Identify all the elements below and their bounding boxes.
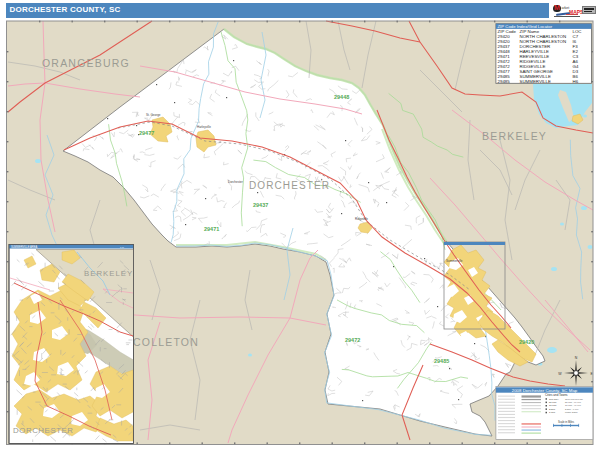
svg-text:DORCHESTER: DORCHESTER bbox=[13, 426, 74, 435]
svg-text:SUMMERVILLE: SUMMERVILLE bbox=[520, 79, 551, 84]
svg-text:29472: 29472 bbox=[345, 337, 360, 343]
svg-text:H6: H6 bbox=[573, 79, 579, 84]
svg-text:St. George: St. George bbox=[146, 113, 161, 117]
svg-text:29485: 29485 bbox=[498, 79, 511, 84]
svg-text:29485: 29485 bbox=[434, 358, 449, 364]
svg-text:29448: 29448 bbox=[334, 94, 349, 100]
svg-text:ZIP Code Index/Grid Locator: ZIP Code Index/Grid Locator bbox=[498, 24, 553, 29]
svg-text:1,000: 1,000 bbox=[549, 411, 556, 414]
svg-text:29420: 29420 bbox=[519, 339, 534, 345]
svg-text:Dorchester: Dorchester bbox=[228, 180, 243, 184]
svg-text:Ridgeville: Ridgeville bbox=[355, 217, 368, 221]
svg-text:DORCHESTER: DORCHESTER bbox=[249, 180, 330, 191]
svg-text:SUMMERVILLE AREA: SUMMERVILLE AREA bbox=[11, 245, 37, 249]
svg-text:2008 Dorchester County, SC Map: 2008 Dorchester County, SC Map bbox=[512, 388, 578, 393]
svg-text:Scale in Miles: Scale in Miles bbox=[558, 420, 575, 424]
svg-text:ORANGEBURG: ORANGEBURG bbox=[42, 57, 130, 69]
svg-text:29471: 29471 bbox=[204, 226, 219, 232]
svg-text:Harleyville: Harleyville bbox=[197, 125, 211, 129]
svg-text:29437: 29437 bbox=[253, 202, 268, 208]
svg-text:BERKELEY: BERKELEY bbox=[84, 269, 133, 278]
svg-text:Summerville: Summerville bbox=[446, 259, 463, 263]
svg-text:29477: 29477 bbox=[139, 130, 154, 136]
svg-text:COLLETON: COLLETON bbox=[133, 336, 199, 348]
svg-text:1 in: 1 in bbox=[120, 246, 125, 249]
svg-text:BERKELEY: BERKELEY bbox=[482, 130, 547, 142]
